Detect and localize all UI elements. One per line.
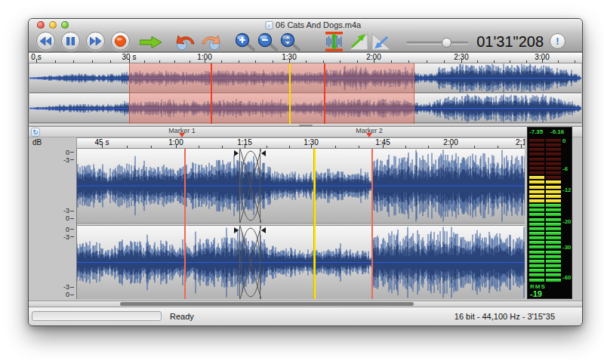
ruler-tick [427,60,427,63]
overview-waveform[interactable] [29,63,582,124]
crossfade-left-handle-icon[interactable] [234,227,239,233]
normalize-icon [325,32,344,51]
selection-region[interactable] [129,63,414,124]
meter-segment [529,264,544,267]
ruler-tick [159,60,160,63]
window-title: 06 Cats And Dogs.m4a [276,20,361,29]
meter-segment [529,232,544,235]
marker-bar[interactable]: ↻ Marker 1Marker 2 [29,127,582,137]
ruler-tick [311,144,312,148]
meter-segment [546,236,561,239]
crossfade-right-handle-icon[interactable] [261,227,266,233]
alert-button[interactable]: ! [550,33,565,49]
detail-waveform[interactable] [76,149,525,299]
db-scale-value: -3 [63,207,69,214]
ruler-tick [267,146,267,148]
volume-slider[interactable] [406,42,468,44]
ruler-tick [526,60,527,63]
fade-in-button[interactable] [349,32,368,51]
meter-segment [546,218,561,221]
volume-slider-knob[interactable] [442,38,451,48]
meter-segment [546,264,561,267]
zoom-fit-button[interactable] [279,32,301,51]
meter-segment [529,167,544,170]
record-button[interactable] [111,32,130,51]
crossfade-right-handle-icon[interactable] [261,150,266,156]
meter-segment [546,199,561,202]
crossfade-region[interactable] [239,226,260,299]
normalize-button[interactable] [325,32,344,51]
overview-ruler[interactable]: 0 s30 s1:001:302:002:303:00 [29,52,582,63]
meter-segment [529,273,544,276]
meter-segment [529,236,544,239]
meter-segment [546,143,561,147]
ruler-tick [405,146,406,148]
zoom-out-button[interactable] [257,32,279,51]
rewind-button[interactable] [36,32,55,51]
zoom-fit-icon [279,32,301,51]
rms-value: -19 [530,289,542,298]
ruler-tick [357,60,358,63]
meter-segment [546,153,561,156]
meter-segment [529,260,544,263]
ruler-tick [110,60,111,63]
pause-button[interactable] [61,32,80,51]
meter-scale-label: -6 [562,165,568,172]
titlebar[interactable]: ♪ 06 Cats And Dogs.m4a [29,19,582,31]
scrollbar-thumb[interactable] [120,302,414,306]
meter-segment [546,190,561,193]
play-cursor-button[interactable] [140,36,162,48]
playhead-line[interactable] [313,149,316,299]
fast-forward-icon [90,37,101,45]
db-scale-value: 0 [66,291,69,298]
marker-line[interactable] [324,63,325,124]
crossfade-region[interactable] [239,149,260,223]
marker-line[interactable] [184,149,186,299]
ruler-tick [151,146,152,148]
meter-segment [546,255,561,258]
zoom-in-button[interactable] [234,32,256,51]
meter-segment [529,186,544,189]
meter-segment [529,269,544,272]
redo-button[interactable] [200,33,221,51]
fast-forward-button[interactable] [86,32,105,51]
meter-segment [546,148,561,151]
meter-segment [546,139,561,142]
meter-segment [529,153,544,156]
ruler-tick [289,146,290,148]
ruler-tick [542,59,543,63]
ruler-tick [494,60,495,63]
marker-line[interactable] [371,149,373,299]
ruler-tick [92,60,93,63]
zoom-out-icon [257,32,279,51]
sync-button[interactable]: ↻ [31,128,40,137]
peak-value-right: -0.16 [550,128,564,135]
ruler-tick [461,59,462,63]
meter-segment [529,158,544,161]
ruler-tick [521,144,522,148]
meter-segment [546,245,561,248]
ruler-tick [340,60,341,63]
ruler-tick [190,60,190,63]
close-button[interactable] [37,21,45,29]
ruler-tick [474,146,475,148]
toolbar: 01'31"208 ! [29,31,582,52]
meter-segment [546,162,561,165]
fade-out-button[interactable] [371,32,391,51]
meter-segment [529,180,544,184]
crossfade-left-handle-icon[interactable] [234,150,239,156]
playhead-line[interactable] [289,63,291,124]
level-meter: -7.35 -0.16 0-6-12-20-30-60 RMS -19 [527,127,572,299]
horizontal-scrollbar[interactable] [29,301,582,307]
ruler-tick [408,60,409,63]
ruler-tick [359,146,359,148]
meter-segment [529,227,544,230]
ruler-tick [451,144,451,148]
marker-line[interactable] [211,63,212,124]
minimize-button[interactable] [49,21,57,29]
undo-button[interactable] [175,33,196,51]
meter-segment [546,204,561,207]
ruler-tick [374,59,374,63]
zoom-window-button[interactable] [61,21,69,29]
detail-ruler[interactable]: 45 s1:001:151:301:452:002:1 [76,137,525,149]
